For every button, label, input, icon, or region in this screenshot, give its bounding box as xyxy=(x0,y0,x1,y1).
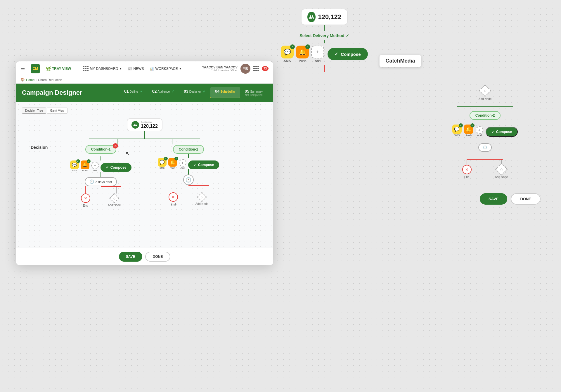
condition1-node[interactable]: Condition-1 ✕ xyxy=(85,145,117,154)
workspace-nav[interactable]: 📊 WORKSPACE ▼ xyxy=(150,67,181,71)
add-channel-btn[interactable]: + Add xyxy=(311,46,324,63)
apps-grid-icon[interactable] xyxy=(253,66,259,71)
add-node-diamond-bottom-right[interactable]: ◇ xyxy=(495,163,508,175)
push-btn-left[interactable]: 🔔 ✓ Push xyxy=(81,160,89,172)
audience-count-expanded: 120,122 xyxy=(318,13,341,21)
step-tab-designer[interactable]: 03 Designer ✓ xyxy=(179,87,210,98)
sms-icon: 💬 ✓ xyxy=(281,46,294,58)
done-btn-main[interactable]: DONE xyxy=(145,252,171,262)
end-node-right2: ✕ xyxy=(169,192,178,202)
compose-node-left[interactable]: ✓ Compose xyxy=(101,163,132,172)
bottom-bar: SAVE DONE xyxy=(16,248,273,265)
step-tab-define[interactable]: 01 Define ✓ xyxy=(120,87,148,98)
timer-node-right2[interactable]: 🕐 xyxy=(183,175,194,185)
compose-button-expanded[interactable]: ✓ Compose xyxy=(328,48,368,60)
delete-condition1-btn[interactable]: ✕ xyxy=(113,143,118,148)
decision-tree: Audience 120,122 xyxy=(22,118,267,207)
gantt-view-toggle[interactable]: Gantt View xyxy=(47,108,67,114)
chevron-down-icon: ▼ xyxy=(120,67,122,70)
campaign-header: Campaign Designer 01 Define ✓ 02 Audienc… xyxy=(16,84,273,102)
add-node-left[interactable]: ◇ xyxy=(109,193,119,203)
logo: CM xyxy=(31,64,40,73)
audience-icon-sm xyxy=(131,121,139,129)
add-btn-left[interactable]: + Add xyxy=(91,162,99,172)
push-channel-right[interactable]: 🔔 ✓ Push xyxy=(464,125,473,137)
main-window: ☰ CM 🌿 TRAY VIEW MY DASHBOARD ▼ 📰 NEWS xyxy=(16,61,273,265)
audience-node: Audience 120,122 xyxy=(127,118,162,131)
workspace-icon: 📊 xyxy=(150,67,154,71)
condition2-node-right[interactable]: Condition-2 xyxy=(470,111,501,120)
notification-badge[interactable]: 73 xyxy=(262,66,269,71)
top-nav: ☰ CM 🌿 TRAY VIEW MY DASHBOARD ▼ 📰 NEWS xyxy=(16,61,273,76)
breadcrumb-home[interactable]: Home xyxy=(26,78,34,82)
end-node-left: ✕ xyxy=(81,194,90,203)
sms-btn-left[interactable]: 💬 ✓ SMS xyxy=(70,160,79,172)
save-btn-expanded[interactable]: SAVE xyxy=(480,193,507,205)
decision-tree-toggle[interactable]: Decision Tree xyxy=(22,108,46,114)
dashboard-nav[interactable]: MY DASHBOARD ▼ xyxy=(83,66,122,71)
compose-node-right[interactable]: ✓ Compose xyxy=(188,160,219,169)
add-node-diamond-right[interactable]: ◇ xyxy=(479,84,491,97)
user-avatar[interactable]: YB xyxy=(240,64,250,74)
add-channel-right[interactable]: + Add xyxy=(476,126,483,137)
grid-icon xyxy=(83,66,89,71)
save-btn-main[interactable]: SAVE xyxy=(119,252,142,262)
breadcrumb-section: Churn Reduction xyxy=(38,78,62,82)
push-icon: 🔔 ✓ xyxy=(296,46,309,58)
condition2-node[interactable]: Condition-2 xyxy=(173,145,204,154)
add-btn-right[interactable]: + xyxy=(476,126,483,134)
add-node-right2[interactable]: ◇ xyxy=(197,192,207,202)
push-channel-btn[interactable]: 🔔 ✓ Push xyxy=(296,46,309,63)
hamburger-icon[interactable]: ☰ xyxy=(21,66,25,71)
leaf-icon: 🌿 xyxy=(46,66,51,71)
step-tab-audience[interactable]: 02 Audience ✓ xyxy=(148,87,179,98)
branch-left: Condition-1 ✕ ↖ 💬 ✓ xyxy=(66,145,136,207)
end-node-right: ✕ xyxy=(462,165,472,174)
decision-label: Decision xyxy=(31,145,48,150)
canvas-area: Decision Tree Gantt View Audience 120,12… xyxy=(16,102,273,248)
push-btn-right2[interactable]: 🔔 ✓ Push xyxy=(168,158,177,169)
delivery-method-label: Select Delivery Method ✓ xyxy=(299,33,349,38)
audience-node-expanded: 120,122 xyxy=(301,9,348,25)
timer-node-left[interactable]: 🕐 2 days after xyxy=(85,177,117,186)
sms-btn-right[interactable]: 💬 ✓ SMS xyxy=(158,158,167,169)
add-icon: + xyxy=(311,46,324,58)
compose-check-icon: ✓ xyxy=(335,51,338,57)
campaign-title: Campaign Designer xyxy=(22,89,120,96)
catchmedia-tooltip: CatchMedia xyxy=(379,55,421,67)
audience-icon xyxy=(307,12,316,22)
view-toggle: Decision Tree Gantt View xyxy=(22,108,267,114)
audience-count: 120,122 xyxy=(141,124,158,129)
breadcrumb: 🏠 Home › Churn Reduction xyxy=(16,76,273,84)
home-icon: 🏠 xyxy=(21,78,25,82)
compose-btn-right[interactable]: ✓ Compose xyxy=(486,127,518,137)
step-tab-summary[interactable]: 05 Summary Not Completed xyxy=(240,87,267,98)
news-icon: 📰 xyxy=(128,67,132,71)
user-name: YAACOV BEN YAACOV xyxy=(202,65,238,69)
sms-channel-btn[interactable]: 💬 ✓ SMS xyxy=(281,46,294,63)
step-tab-schedullar[interactable]: 04 Schedullar xyxy=(210,87,240,98)
timer-node-right[interactable]: 🕐 xyxy=(478,143,492,152)
add-btn-right2[interactable]: + Add xyxy=(179,159,186,169)
chevron-down-icon2: ▼ xyxy=(179,67,182,70)
channel-row-expanded: 💬 ✓ SMS 🔔 ✓ Push + Add xyxy=(281,46,324,63)
tray-view-nav[interactable]: 🌿 TRAY VIEW xyxy=(46,66,71,71)
step-tabs: 01 Define ✓ 02 Audience ✓ 03 Designer ✓ … xyxy=(120,87,267,98)
right-panel-tree: ◇ Add Node Condition-2 💬 xyxy=(424,86,546,205)
done-btn-expanded[interactable]: DONE xyxy=(511,193,541,205)
branch-right: Condition-2 💬 ✓ SMS xyxy=(153,145,224,207)
user-title: Chief Executive Officer xyxy=(202,69,238,72)
news-nav[interactable]: 📰 NEWS xyxy=(128,67,144,71)
user-info: YAACOV BEN YAACOV Chief Executive Office… xyxy=(202,64,269,74)
sms-channel-right[interactable]: 💬 ✓ SMS xyxy=(452,125,462,137)
